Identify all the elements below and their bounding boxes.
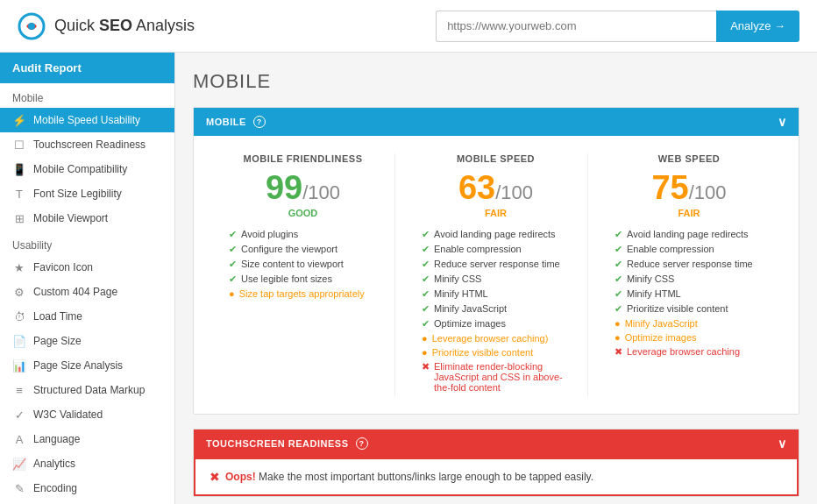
check-warn-icon: ● [615,332,621,343]
check-pass-icon: ✔ [615,303,622,315]
language-icon: A [12,432,26,446]
sidebar-item-load-time[interactable]: ⏱ Load Time [0,304,174,329]
sidebar-item-label: Page Size Analysis [33,359,123,372]
sidebar-item-encoding[interactable]: ✎ Encoding [0,476,174,500]
check-pass-icon: ✔ [229,259,237,270]
sidebar-item-w3c[interactable]: ✓ W3C Validated [0,402,174,427]
sidebar-item-custom-404[interactable]: ⚙ Custom 404 Page [0,280,174,304]
sidebar-item-label: Load Time [33,310,82,323]
sidebar-item-mobile-speed[interactable]: ⚡ Mobile Speed Usability [0,108,174,132]
check-pass-icon: ✔ [229,229,237,240]
score-total: /100 [495,181,533,203]
app-header: Quick SEO Analysis Analyze → [0,0,817,53]
web-speed-score: 75/100 [606,171,772,204]
check-pass-icon: ✔ [615,229,622,240]
score-total: /100 [302,181,340,203]
check-pass-icon: ✔ [615,244,622,255]
sidebar-item-label: Analytics [33,458,75,470]
check-item: ✔ Avoid landing page redirects [422,229,570,240]
sidebar-item-page-size-analysis[interactable]: 📊 Page Size Analysis [0,353,174,378]
load-time-icon: ⏱ [12,309,26,323]
check-warn-icon: ● [615,318,621,329]
mobile-speed-col: MOBILE SPEED 63/100 FAIR ✔ Avoid landing… [404,153,588,396]
check-pass-icon: ✔ [422,273,430,285]
check-pass-icon: ✔ [615,288,622,300]
help-icon[interactable]: ? [253,116,266,128]
score-value: 99 [266,169,302,206]
font-size-icon: T [12,187,26,201]
check-item: ✔ Minify CSS [615,273,764,285]
sidebar-item-label: Structured Data Markup [33,384,145,396]
check-pass-icon: ✔ [422,229,430,240]
custom-404-icon: ⚙ [12,285,26,299]
sidebar-item-font-size[interactable]: T Font Size Legibility [0,181,174,206]
chevron-down-icon[interactable]: ∨ [778,115,787,129]
check-item: ✔ Enable compression [615,244,764,255]
check-item: ✔ Optimize images [422,318,570,330]
check-item: ✔ Configure the viewport [229,244,377,255]
sidebar-item-label: Font Size Legibility [33,188,122,200]
sidebar-item-touchscreen[interactable]: ☐ Touchscreen Readiness [0,132,174,157]
logo-icon [18,12,46,40]
mobile-speed-header: MOBILE ? ∨ [194,108,799,136]
touchscreen-message: ✖ Oops! Make the most important buttons/… [210,470,783,484]
mobile-compat-icon: 📱 [12,162,26,176]
check-pass-icon: ✔ [229,273,237,285]
sidebar-item-page-size[interactable]: 📄 Page Size [0,329,174,353]
sidebar-item-label: Favicon Icon [33,261,93,273]
sidebar-item-label: Mobile Compatibility [33,163,127,175]
sidebar-item-favicon[interactable]: ★ Favicon Icon [0,255,174,280]
score-value: 63 [458,169,495,206]
favicon-icon: ★ [12,260,26,274]
svg-point-1 [28,23,35,30]
sidebar-audit-header: Audit Report [0,53,174,83]
check-pass-icon: ✔ [422,259,430,270]
mobile-friendliness-label: MOBILE FRIENDLINESS [220,153,386,164]
section-header-left: TOUCHSCREEN READINESS ? [206,437,368,450]
error-icon: ✖ [210,470,220,484]
sidebar-item-label: Touchscreen Readiness [33,138,146,151]
check-pass-icon: ✔ [422,303,430,315]
analyze-button[interactable]: Analyze → [716,11,799,42]
section-header-left: MOBILE ? [206,116,266,128]
sidebar-item-structured-data[interactable]: ≡ Structured Data Markup [0,378,174,402]
check-pass-icon: ✔ [422,244,430,255]
mobile-speed-status: FAIR [413,208,579,218]
check-item: ✔ Reduce server response time [615,259,764,270]
mobile-speed-icon: ⚡ [12,113,26,127]
sidebar-item-viewport[interactable]: ⊞ Mobile Viewport [0,206,174,231]
check-item: ✖ Eliminate render-blocking JavaScript a… [422,361,570,393]
web-speed-label: WEB SPEED [606,153,772,164]
check-warn-icon: ● [229,288,235,299]
url-input[interactable] [436,11,716,42]
mobile-friendliness-status: GOOD [220,208,386,218]
check-item: ✔ Minify HTML [615,288,764,300]
check-item: ✔ Use legible font sizes [229,273,377,285]
score-total: /100 [689,181,727,203]
app-layout: Audit Report Mobile ⚡ Mobile Speed Usabi… [0,53,817,504]
mobile-speed-label: MOBILE SPEED [413,153,579,164]
touchscreen-header: TOUCHSCREEN READINESS ? ∨ [194,429,799,458]
check-item: ✔ Minify JavaScript [422,303,570,315]
structured-data-icon: ≡ [12,383,26,397]
sidebar-item-language[interactable]: A Language [0,427,174,451]
check-item: ✔ Enable compression [422,244,570,255]
sidebar-item-server-ip[interactable]: ≡ Server IP [0,500,174,504]
page-title: MOBILE [193,70,799,93]
score-value: 75 [651,169,688,206]
chevron-down-icon[interactable]: ∨ [778,437,787,451]
web-speed-col: WEB SPEED 75/100 FAIR ✔ Avoid landing pa… [597,153,781,396]
help-icon[interactable]: ? [356,437,368,450]
check-pass-icon: ✔ [422,318,430,330]
check-fail-icon: ✖ [422,361,430,373]
check-item: ✔ Reduce server response time [422,259,570,270]
check-pass-icon: ✔ [229,244,237,255]
sidebar-item-label: Custom 404 Page [33,286,117,298]
web-speed-status: FAIR [606,208,772,218]
section-label: MOBILE [206,117,246,127]
check-item: ✔ Avoid landing page redirects [615,229,764,240]
check-item: ✖ Leverage browser caching [615,346,764,358]
sidebar-item-analytics[interactable]: 📈 Analytics [0,451,174,476]
sidebar-item-mobile-compat[interactable]: 📱 Mobile Compatibility [0,157,174,181]
logo-area: Quick SEO Analysis [18,12,195,40]
